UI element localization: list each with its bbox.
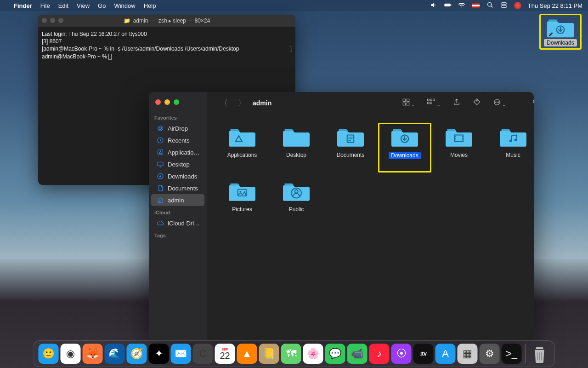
menubar: Finder File Edit View Go Window Help Thu… bbox=[0, 0, 588, 11]
svg-rect-15 bbox=[403, 103, 405, 105]
action-menu-button[interactable]: ⌄ bbox=[493, 98, 506, 108]
folder-music[interactable]: Music bbox=[486, 122, 534, 173]
folder-label: Downloads bbox=[389, 152, 420, 159]
menu-view[interactable]: View bbox=[77, 2, 90, 9]
dock-app-settings[interactable]: ⚙ bbox=[480, 344, 500, 364]
sidebar-item-icloud-drive[interactable]: iCloud Dri… bbox=[151, 217, 204, 229]
dock-app-calendar[interactable]: SEP22 bbox=[215, 344, 235, 364]
sidebar-item-applicatio[interactable]: Applicatio… bbox=[151, 146, 204, 158]
svg-point-8 bbox=[158, 126, 163, 131]
minimize-button[interactable] bbox=[164, 99, 170, 105]
dock-app-firefox[interactable]: 🦊 bbox=[83, 344, 103, 364]
dock-app-safari[interactable]: 🧭 bbox=[127, 344, 147, 364]
sidebar-item-admin[interactable]: admin bbox=[151, 194, 204, 206]
svg-point-27 bbox=[533, 99, 534, 104]
menu-help[interactable]: Help bbox=[144, 2, 156, 9]
sidebar-heading-icloud: iCloud bbox=[149, 206, 207, 217]
dock-app-finder[interactable]: 🙂 bbox=[39, 344, 59, 364]
wifi-icon[interactable] bbox=[458, 1, 465, 10]
dock-app-mail[interactable]: ✉️ bbox=[171, 344, 191, 364]
menu-edit[interactable]: Edit bbox=[58, 2, 68, 9]
dock-app-photos[interactable]: 🌸 bbox=[303, 344, 323, 364]
dock-app-messages[interactable]: 💬 bbox=[325, 344, 345, 364]
fullscreen-button[interactable] bbox=[174, 99, 179, 105]
svg-rect-5 bbox=[501, 6, 507, 7]
svg-rect-16 bbox=[407, 103, 409, 105]
menu-go[interactable]: Go bbox=[98, 2, 106, 9]
dock-app-tv[interactable]: tv bbox=[413, 344, 434, 364]
close-button[interactable] bbox=[155, 99, 161, 105]
search-button[interactable] bbox=[532, 98, 534, 108]
finder-sidebar: Favorites AirDropRecentsApplicatio…Deskt… bbox=[149, 92, 207, 340]
status-item-icon[interactable] bbox=[514, 2, 521, 9]
dock-app-vlc[interactable]: ▲ bbox=[237, 344, 257, 364]
svg-rect-1 bbox=[450, 4, 451, 5]
folder-icon bbox=[333, 122, 368, 152]
sidebar-heading-favorites: Favorites bbox=[149, 111, 207, 122]
dock-app-siri[interactable]: ✦ bbox=[149, 344, 169, 364]
folder-documents[interactable]: Documents bbox=[323, 122, 378, 173]
sidebar-item-desktop[interactable]: Desktop bbox=[151, 158, 204, 170]
folder-label: Music bbox=[506, 152, 520, 158]
sidebar-item-documents[interactable]: Documents bbox=[151, 182, 204, 194]
menubar-app-name[interactable]: Finder bbox=[14, 2, 32, 9]
back-button[interactable]: 〈 bbox=[220, 98, 228, 109]
forward-button[interactable]: 〉 bbox=[238, 98, 246, 109]
dock-app-chrome[interactable]: ◉ bbox=[61, 344, 81, 364]
terminal-titlebar[interactable]: 📁admin — -zsh ▸ sleep — 80×24 bbox=[38, 15, 295, 27]
view-mode-button[interactable]: ⌄ bbox=[402, 98, 415, 108]
terminal-content[interactable]: Last login: Thu Sep 22 16:20:27 on ttys0… bbox=[38, 27, 295, 64]
dock-app-facetime[interactable]: 📹 bbox=[347, 344, 368, 364]
svg-rect-20 bbox=[428, 102, 430, 104]
dock-app-contacts[interactable]: 📒 bbox=[259, 344, 279, 364]
dock-app-music[interactable]: ♪ bbox=[369, 344, 390, 364]
sidebar-item-label: Downloads bbox=[168, 173, 197, 180]
spotlight-icon[interactable] bbox=[486, 1, 494, 10]
finder-window[interactable]: Favorites AirDropRecentsApplicatio…Deskt… bbox=[149, 92, 534, 340]
folder-label: Desktop bbox=[286, 152, 306, 158]
dock-app-edge[interactable]: 🌊 bbox=[105, 344, 125, 364]
battery-icon[interactable] bbox=[444, 1, 452, 10]
dock-app-appstore[interactable]: A bbox=[435, 344, 456, 364]
dock-app-podcasts[interactable]: ⦿ bbox=[391, 344, 412, 364]
folder-pictures[interactable]: Pictures bbox=[215, 177, 269, 227]
terminal-traffic-lights[interactable] bbox=[42, 18, 63, 23]
dock-trash[interactable] bbox=[530, 344, 550, 364]
group-by-button[interactable]: ⌄ bbox=[427, 98, 441, 108]
finder-toolbar: 〈 〉 admin ⌄ ⌄ ⌄ bbox=[207, 92, 534, 114]
dock-app-calc[interactable]: C bbox=[193, 344, 213, 364]
input-source-icon[interactable] bbox=[472, 3, 480, 8]
tags-button[interactable] bbox=[473, 98, 481, 108]
menubar-clock[interactable]: Thu Sep 22 8:11 PM bbox=[528, 2, 582, 9]
finder-traffic-lights[interactable] bbox=[155, 99, 179, 105]
svg-rect-4 bbox=[501, 2, 507, 4]
svg-point-3 bbox=[487, 2, 491, 6]
share-button[interactable] bbox=[452, 98, 461, 108]
folder-applications[interactable]: Applications bbox=[215, 122, 269, 173]
svg-rect-19 bbox=[433, 99, 435, 101]
sidebar-item-downloads[interactable]: Downloads bbox=[151, 170, 204, 182]
control-center-icon[interactable] bbox=[500, 1, 508, 10]
menu-file[interactable]: File bbox=[40, 2, 50, 9]
sidebar-item-recents[interactable]: Recents bbox=[151, 134, 204, 146]
svg-point-31 bbox=[509, 139, 512, 142]
folder-desktop[interactable]: Desktop bbox=[269, 122, 323, 173]
dock-app-launchpad[interactable]: ▦ bbox=[458, 344, 478, 364]
sidebar-item-airdrop[interactable]: AirDrop bbox=[151, 122, 204, 134]
dock-app-terminal[interactable]: >_ bbox=[502, 344, 522, 364]
dock-app-maps[interactable]: 🗺 bbox=[281, 344, 301, 364]
volume-icon[interactable] bbox=[430, 1, 438, 10]
sidebar-heading-tags: Tags bbox=[149, 229, 207, 240]
folder-movies[interactable]: Movies bbox=[432, 122, 486, 173]
dock[interactable]: 🙂◉🦊🌊🧭✦✉️CSEP22▲📒🗺🌸💬📹♪⦿tvA▦⚙>_ bbox=[34, 340, 555, 367]
finder-content-area[interactable]: ApplicationsDesktopDocumentsDownloadsMov… bbox=[207, 114, 534, 236]
folder-downloads[interactable]: Downloads bbox=[378, 122, 432, 173]
svg-point-34 bbox=[240, 191, 242, 193]
folder-label: Public bbox=[289, 206, 304, 213]
finder-title: admin bbox=[253, 99, 271, 107]
sidebar-item-label: Desktop bbox=[168, 161, 190, 168]
folder-public[interactable]: Public bbox=[269, 177, 323, 227]
svg-rect-18 bbox=[430, 99, 432, 101]
menu-window[interactable]: Window bbox=[114, 2, 135, 9]
desktop-icon-downloads[interactable]: Downloads bbox=[539, 14, 582, 50]
